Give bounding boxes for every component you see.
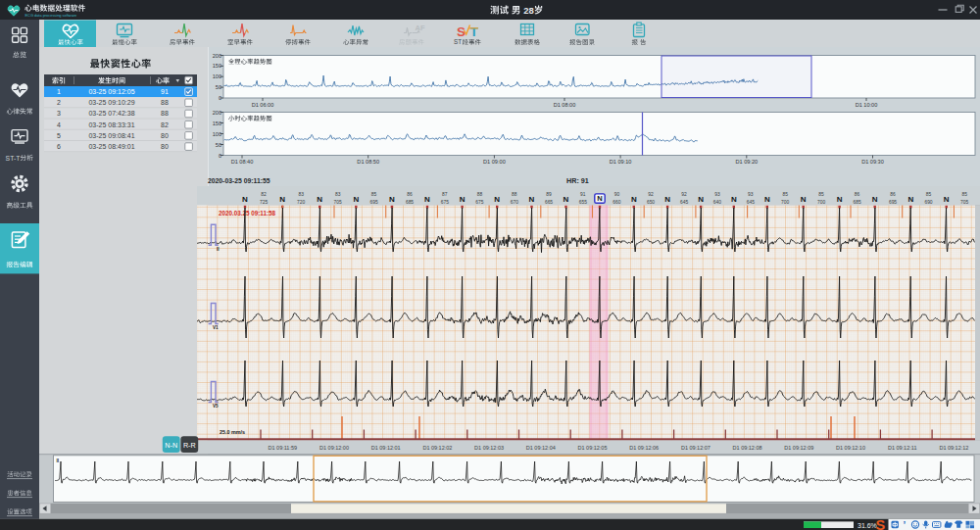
svg-text:D1 09:12:12: D1 09:12:12	[939, 445, 968, 451]
svg-text:88: 88	[512, 192, 517, 197]
svg-text:D1 09:12:04: D1 09:12:04	[526, 445, 556, 451]
svg-text:03-25 08:49:01: 03-25 08:49:01	[88, 143, 134, 150]
svg-text:N: N	[279, 195, 285, 204]
svg-text:03-25 09:12:05: 03-25 09:12:05	[88, 88, 134, 95]
svg-text:D1 09:12:07: D1 09:12:07	[681, 445, 710, 451]
svg-text:V1: V1	[213, 325, 219, 330]
svg-text:D1 09:12:05: D1 09:12:05	[578, 445, 608, 451]
svg-text:700: 700	[781, 200, 789, 205]
svg-text:725: 725	[260, 200, 268, 205]
svg-text:V5: V5	[213, 404, 219, 409]
svg-text:II: II	[57, 458, 60, 463]
svg-text:D1 09:12:10: D1 09:12:10	[836, 445, 865, 451]
svg-text:R-R: R-R	[183, 441, 196, 450]
svg-text:ST: ST	[454, 38, 462, 45]
svg-text:93: 93	[748, 192, 754, 197]
svg-text:3: 3	[57, 110, 61, 117]
svg-text:S: S	[876, 517, 886, 530]
svg-text:II: II	[217, 247, 220, 252]
svg-text:N-N: N-N	[165, 441, 177, 450]
svg-text:2020.03.25 09:11:58: 2020.03.25 09:11:58	[219, 210, 276, 217]
svg-text:D1 09:12:11: D1 09:12:11	[888, 445, 917, 451]
svg-text:N: N	[872, 195, 878, 204]
svg-text:D1 09:12:02: D1 09:12:02	[422, 445, 452, 451]
svg-text:03-25 08:33:31: 03-25 08:33:31	[88, 121, 134, 128]
svg-text:N: N	[389, 195, 395, 204]
svg-text:ST-T: ST-T	[6, 155, 21, 162]
svg-text:N: N	[597, 194, 602, 203]
svg-text:82: 82	[261, 192, 267, 197]
svg-text:700: 700	[817, 200, 825, 205]
svg-text:HR: 91: HR: 91	[566, 176, 589, 185]
svg-text:86: 86	[407, 192, 413, 197]
svg-text:655: 655	[579, 200, 587, 205]
svg-text:D1 09:12:03: D1 09:12:03	[474, 445, 504, 451]
svg-text:685: 685	[406, 200, 414, 205]
svg-text:N: N	[564, 195, 569, 204]
svg-text:N: N	[731, 195, 737, 204]
svg-text:85: 85	[818, 192, 824, 197]
svg-text:640: 640	[713, 200, 721, 205]
svg-text:N: N	[944, 195, 950, 204]
svg-text:80: 80	[161, 132, 169, 139]
svg-text:D1 09:00: D1 09:00	[483, 159, 506, 165]
svg-text:D1 09:12:06: D1 09:12:06	[629, 445, 659, 451]
svg-text:N: N	[837, 195, 843, 204]
svg-text:N: N	[698, 195, 704, 204]
svg-text:675: 675	[441, 200, 449, 205]
svg-text:85: 85	[371, 192, 377, 197]
svg-text:93: 93	[714, 192, 720, 197]
svg-text:88: 88	[161, 110, 169, 117]
svg-text:645: 645	[747, 200, 755, 205]
svg-text:N: N	[664, 195, 670, 204]
svg-text:N: N	[242, 195, 248, 204]
svg-text:03-25 09:08:41: 03-25 09:08:41	[88, 132, 134, 139]
svg-text:91: 91	[161, 88, 169, 95]
svg-text:695: 695	[889, 200, 897, 205]
svg-text:AF: AF	[416, 24, 425, 32]
svg-text:2: 2	[57, 99, 61, 106]
svg-text:28: 28	[523, 5, 534, 16]
svg-text:D1 09:20: D1 09:20	[735, 159, 758, 165]
svg-text:ECG data processing software: ECG data processing software	[25, 13, 77, 18]
svg-text:91: 91	[580, 192, 586, 197]
svg-text:645: 645	[680, 200, 688, 205]
svg-text:670: 670	[511, 200, 518, 205]
svg-text:720: 720	[297, 200, 305, 205]
svg-text:N: N	[317, 195, 322, 204]
svg-text:31.6%: 31.6%	[858, 522, 877, 529]
svg-text:D1 09:11:59: D1 09:11:59	[269, 445, 298, 451]
svg-text:2020-03-25 09:11:55: 2020-03-25 09:11:55	[208, 177, 270, 184]
svg-text:85: 85	[782, 192, 788, 197]
svg-text:83: 83	[298, 192, 304, 197]
svg-text:6: 6	[57, 143, 61, 150]
svg-text:N: N	[494, 195, 500, 204]
svg-text:89: 89	[546, 192, 552, 197]
svg-text:88: 88	[477, 192, 483, 197]
svg-text:D1 08:50: D1 08:50	[357, 159, 379, 165]
svg-text:4: 4	[57, 121, 61, 128]
svg-text:03-25 09:10:29: 03-25 09:10:29	[88, 99, 134, 106]
svg-text:665: 665	[545, 200, 553, 205]
svg-text:685: 685	[854, 200, 861, 205]
svg-text:D1 09:10: D1 09:10	[610, 159, 632, 165]
svg-text:D1 09:12:08: D1 09:12:08	[733, 445, 762, 451]
svg-text:87: 87	[442, 192, 448, 197]
svg-text:690: 690	[924, 200, 932, 205]
svg-text:83: 83	[335, 192, 341, 197]
svg-text:86: 86	[890, 192, 896, 197]
svg-text:1: 1	[57, 88, 61, 95]
svg-text:T: T	[470, 24, 479, 39]
svg-text:D1 09:12:00: D1 09:12:00	[319, 445, 349, 451]
svg-text:80: 80	[161, 143, 169, 150]
svg-text:N: N	[631, 195, 637, 204]
svg-text:85: 85	[961, 192, 967, 197]
svg-text:92: 92	[681, 192, 687, 197]
svg-text:N: N	[529, 195, 535, 204]
svg-text:88: 88	[161, 99, 169, 106]
svg-text:N: N	[764, 195, 770, 204]
svg-text:’: ’	[904, 520, 906, 530]
svg-text:N: N	[801, 195, 807, 204]
svg-text:D1 08:40: D1 08:40	[231, 159, 254, 165]
svg-text:D1 06:00: D1 06:00	[252, 102, 274, 108]
